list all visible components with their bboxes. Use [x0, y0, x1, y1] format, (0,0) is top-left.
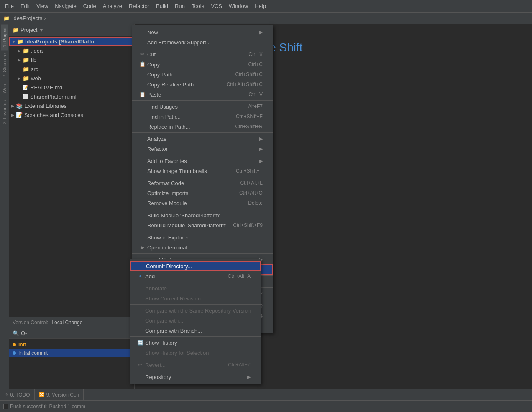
tree-label: web [31, 75, 41, 81]
tree-item-web[interactable]: ▶ 📁 web [9, 74, 134, 83]
menu-item-new[interactable]: New ▶ [132, 27, 273, 37]
menu-separator [132, 48, 273, 48]
project-header-arrow[interactable]: ▼ [39, 28, 43, 33]
menu-refactor[interactable]: Refactor [125, 1, 153, 11]
tree-item-ext-libs[interactable]: ▶ 📚 External Libraries [9, 101, 134, 110]
folder-icon: 📁 [23, 66, 29, 72]
project-header-icon: 📁 [13, 27, 19, 33]
cut-icon: ✂ [139, 51, 146, 57]
tree-item-ideaprojects[interactable]: ▼ 📁 IdeaProjects [SharedPlatfo [9, 37, 134, 46]
tab-version-control[interactable]: 🔀 9: Version Con [35, 389, 84, 401]
menu-item-label: Add [145, 273, 221, 280]
menu-item-build-module[interactable]: Build Module 'SharedPlatform' [132, 210, 273, 220]
git-show-history-selection: Show History for Selection [130, 348, 261, 358]
tree-arrow: ▶ [11, 104, 15, 108]
menu-tools[interactable]: Tools [188, 1, 207, 11]
menu-item-rebuild-module[interactable]: Rebuild Module 'SharedPlatform' Ctrl+Shi… [132, 220, 273, 230]
sidebar-tab-structure[interactable]: 7: Structure [1, 50, 8, 81]
menu-build[interactable]: Build [153, 1, 171, 11]
menu-item-find-in-path[interactable]: Find in Path... Ctrl+Shift+F [132, 112, 273, 122]
commit-dot-blue [13, 351, 16, 355]
menu-run[interactable]: Run [171, 1, 188, 11]
menu-item-optimize-imports[interactable]: Optimize Imports Ctrl+Alt+O [132, 188, 273, 198]
menu-item-label: Find in Path... [147, 114, 229, 120]
menu-code[interactable]: Code [80, 1, 100, 11]
git-commit-directory[interactable]: Commit Directory... [130, 261, 261, 271]
menu-item-label: New [147, 29, 256, 36]
tree-arrow: ▶ [18, 48, 22, 53]
git-compare-same-repo: Compare with the Same Repository Version [130, 305, 261, 315]
shortcut: Ctrl+V [248, 92, 263, 97]
menubar: File Edit View Navigate Code Analyze Ref… [0, 0, 532, 13]
menu-item-find-usages[interactable]: Find Usages Alt+F7 [132, 102, 273, 112]
vc-tab[interactable]: Local Change [51, 320, 82, 326]
tree-label-scratches: Scratches and Consoles [24, 112, 83, 118]
menu-item-label: Open in terminal [147, 244, 263, 251]
tree-item-idea[interactable]: ▶ 📁 .idea [9, 46, 134, 55]
paste-icon: 📋 [139, 92, 146, 97]
git-annotate: Annotate [130, 283, 261, 293]
menu-item-replace-in-path[interactable]: Replace in Path... Ctrl+Shift+R [132, 122, 273, 132]
tab-vc-label: 9: Version Con [46, 392, 79, 398]
git-submenu: Commit Directory... + Add Ctrl+Alt+A Ann… [130, 259, 261, 384]
menu-view[interactable]: View [33, 1, 51, 11]
sidebar-tab-project[interactable]: 1: Project [1, 24, 8, 50]
file-icon: 📝 [23, 85, 28, 90]
tree-item-scratches[interactable]: ▶ 📝 Scratches and Consoles [9, 110, 134, 120]
menu-item-refactor[interactable]: Refactor ▶ [132, 144, 273, 154]
git-show-history[interactable]: 🔄 Show History [130, 338, 261, 348]
menu-item-cut[interactable]: ✂ Cut Ctrl+X [132, 49, 273, 59]
menu-vcs[interactable]: VCS [207, 1, 225, 11]
project-header: 📁 Project ▼ [9, 24, 134, 36]
menu-separator [130, 359, 261, 359]
menu-item-label: Show Image Thumbnails [147, 168, 229, 174]
commit-item-init[interactable]: init [9, 341, 134, 349]
tab-todo[interactable]: ⚠ 6: TODO [0, 389, 35, 401]
git-compare-branch[interactable]: Compare with Branch... [130, 326, 261, 336]
sidebar-tab-web[interactable]: Web [1, 81, 8, 97]
menu-item-label: Copy Relative Path [147, 81, 220, 88]
breadcrumb-arrow: › [44, 15, 46, 21]
menu-item-open-terminal[interactable]: ▶ Open in terminal [132, 242, 273, 252]
menu-item-label: Refactor [147, 146, 256, 152]
vc-label: Version Control: [13, 320, 48, 326]
menu-item-label: Paste [147, 92, 242, 98]
menu-edit[interactable]: Edit [17, 1, 33, 11]
menu-item-label: Show in Explorer [147, 234, 263, 241]
shortcut: Alt+F7 [248, 104, 263, 109]
tree-item-readme[interactable]: 📝 README.md [9, 83, 134, 92]
menu-item-remove-module[interactable]: Remove Module Delete [132, 198, 273, 208]
menu-help[interactable]: Help [251, 1, 269, 11]
sidebar-tab-favorites[interactable]: 2: Favorites [1, 97, 8, 127]
menu-file[interactable]: File [2, 1, 17, 11]
menu-item-copy-path[interactable]: Copy Path Ctrl+Shift+C [132, 69, 273, 79]
menu-item-copy-relative[interactable]: Copy Relative Path Ctrl+Alt+Shift+C [132, 79, 273, 89]
menu-item-copy[interactable]: 📋 Copy Ctrl+C [132, 59, 273, 69]
tree-item-src[interactable]: 📁 src [9, 64, 134, 74]
menu-item-paste[interactable]: 📋 Paste Ctrl+V [132, 89, 273, 99]
tree-item-iml[interactable]: ⬜ SharedPlatform.iml [9, 92, 134, 101]
menu-item-add-framework[interactable]: Add Framework Support... [132, 37, 273, 47]
menu-item-analyze[interactable]: Analyze ▶ [132, 134, 273, 144]
menu-item-add-to-favorites[interactable]: Add to Favorites ▶ [132, 156, 273, 166]
git-repository[interactable]: Repository ▶ [130, 372, 261, 382]
shortcut: Ctrl+Alt+A [228, 273, 251, 279]
statusbar-checkbox[interactable] [3, 404, 8, 409]
menu-separator [130, 282, 261, 282]
menu-navigate[interactable]: Navigate [51, 1, 79, 11]
menu-item-reformat[interactable]: Reformat Code Ctrl+Alt+L [132, 178, 273, 188]
menu-item-show-thumbnails[interactable]: Show Image Thumbnails Ctrl+Shift+T [132, 166, 273, 176]
menu-item-label: Add to Favorites [147, 158, 256, 164]
menu-window[interactable]: Window [225, 1, 251, 11]
tree-item-lib[interactable]: ▶ 📁 lib [9, 55, 134, 64]
menu-item-show-explorer[interactable]: Show in Explorer [132, 232, 273, 242]
submenu-arrow: ▶ [259, 136, 263, 142]
tree-label: SharedPlatform.iml [30, 94, 77, 100]
commit-item-initial[interactable]: Initial commit [9, 349, 134, 357]
git-add[interactable]: + Add Ctrl+Alt+A [130, 271, 261, 281]
left-sidebar-tabs: 1: Project 7: Structure Web 2: Favorites [0, 24, 9, 400]
menu-analyze[interactable]: Analyze [100, 1, 125, 11]
menu-item-label: Build Module 'SharedPlatform' [147, 212, 263, 219]
vc-icon: 🔀 [39, 392, 45, 397]
folder-icon: 📁 [23, 48, 29, 54]
